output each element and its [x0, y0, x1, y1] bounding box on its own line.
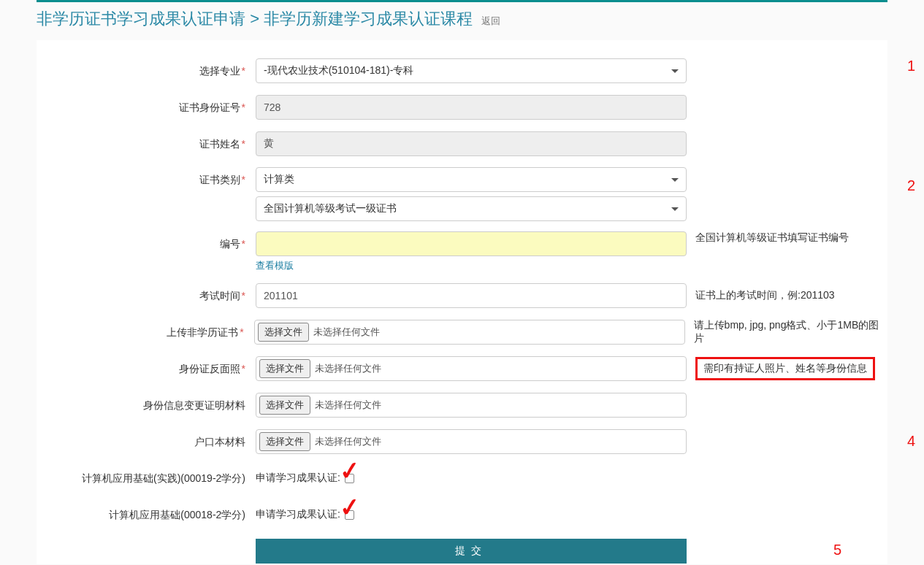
label-idnum-text: 证书身份证号 — [179, 101, 240, 113]
req-star: * — [242, 290, 245, 301]
serial-input[interactable] — [256, 231, 687, 256]
file-status: 未选择任何文件 — [313, 326, 380, 339]
id-back-hint-box: 需印有持证人照片、姓名等身份信息 — [695, 357, 875, 380]
name-value: 黄 — [264, 137, 274, 150]
label-course1: 计算机应用基础(实践)(00019-2学分) — [37, 466, 256, 491]
label-examtime-text: 考试时间 — [199, 290, 240, 301]
label-category: 证书类别* — [37, 167, 256, 192]
req-star: * — [240, 326, 243, 338]
submit-button[interactable]: 提交 — [256, 539, 687, 564]
label-name-text: 证书姓名 — [199, 138, 240, 150]
file-status: 未选择任何文件 — [315, 435, 381, 448]
annotation-1: 1 — [907, 58, 915, 74]
chevron-down-icon — [671, 69, 679, 73]
label-course2: 计算机应用基础(00018-2学分) — [37, 502, 256, 527]
form-card: 选择专业* -现代农业技术(510104-181)-专科 1 证书身份证号* 7… — [37, 40, 887, 564]
idnum-value: 728 — [264, 101, 280, 113]
bc-sep: > — [250, 9, 259, 28]
chevron-down-icon — [671, 207, 679, 211]
label-id-change: 身份信息变更证明材料 — [37, 393, 256, 418]
label-upload-cert-text: 上传非学历证书 — [167, 326, 238, 338]
label-hukou: 户口本材料 — [37, 429, 256, 454]
label-upload-cert: 上传非学历证书* — [37, 320, 254, 345]
breadcrumb: 非学历证书学习成果认证申请 > 非学历新建学习成果认证课程 — [37, 9, 477, 28]
course2-checkbox[interactable] — [345, 510, 354, 520]
examtime-value: 201101 — [264, 290, 298, 301]
label-id-back-text: 身份证反面照 — [179, 363, 240, 374]
idnum-field: 728 — [256, 95, 687, 120]
template-link[interactable]: 查看模版 — [256, 259, 687, 272]
label-serial-text: 编号 — [220, 238, 240, 250]
label-major-text: 选择专业 — [199, 65, 240, 77]
annotation-2: 2 — [907, 177, 915, 194]
chevron-down-icon — [671, 178, 679, 182]
category1-value: 计算类 — [264, 173, 294, 186]
label-category-text: 证书类别 — [199, 174, 240, 185]
file-button[interactable]: 选择文件 — [258, 323, 309, 342]
category2-select[interactable]: 全国计算机等级考试一级证书 — [256, 196, 687, 221]
file-status: 未选择任何文件 — [315, 399, 381, 412]
req-star: * — [242, 174, 245, 185]
req-star: * — [242, 138, 245, 150]
major-value: -现代农业技术(510104-181)-专科 — [264, 64, 413, 77]
id-back-file[interactable]: 选择文件 未选择任何文件 — [256, 356, 687, 381]
label-name: 证书姓名* — [37, 131, 256, 156]
req-star: * — [242, 65, 245, 77]
bc-part2: 非学历新建学习成果认证课程 — [264, 9, 473, 28]
examtime-hint: 证书上的考试时间，例:201103 — [695, 289, 835, 302]
label-idnum: 证书身份证号* — [37, 95, 256, 120]
category2-value: 全国计算机等级考试一级证书 — [264, 202, 397, 215]
label-major: 选择专业* — [37, 58, 256, 83]
serial-hint: 全国计算机等级证书填写证书编号 — [695, 231, 849, 245]
name-field: 黄 — [256, 131, 687, 156]
course1-checkbox[interactable] — [345, 474, 354, 483]
annotation-4: 4 — [907, 433, 915, 450]
id-back-hint: 需印有持证人照片、姓名等身份信息 — [695, 357, 875, 380]
label-examtime: 考试时间* — [37, 283, 256, 308]
file-button[interactable]: 选择文件 — [259, 359, 310, 378]
annotation-5: 5 — [833, 542, 841, 558]
apply-cb-label: 申请学习成果认证: — [256, 508, 340, 521]
return-link[interactable]: 返回 — [481, 15, 500, 26]
label-id-back: 身份证反面照* — [37, 356, 256, 381]
label-serial: 编号* — [37, 231, 256, 256]
major-select[interactable]: -现代农业技术(510104-181)-专科 — [256, 58, 687, 83]
file-status: 未选择任何文件 — [315, 362, 381, 375]
upload-cert-file[interactable]: 选择文件 未选择任何文件 — [254, 320, 685, 345]
file-button[interactable]: 选择文件 — [259, 432, 310, 451]
apply-cb-label: 申请学习成果认证: — [256, 472, 340, 485]
bc-part1: 非学历证书学习成果认证申请 — [37, 9, 245, 28]
hukou-file[interactable]: 选择文件 未选择任何文件 — [256, 429, 687, 454]
examtime-input[interactable]: 201101 — [256, 283, 687, 308]
file-button[interactable]: 选择文件 — [259, 396, 310, 415]
req-star: * — [242, 363, 245, 374]
category1-select[interactable]: 计算类 — [256, 167, 687, 192]
req-star: * — [242, 238, 245, 250]
upload-cert-hint: 请上传bmp, jpg, png格式、小于1MB的图片 — [694, 319, 887, 345]
id-change-file[interactable]: 选择文件 未选择任何文件 — [256, 393, 687, 418]
req-star: * — [242, 101, 245, 113]
